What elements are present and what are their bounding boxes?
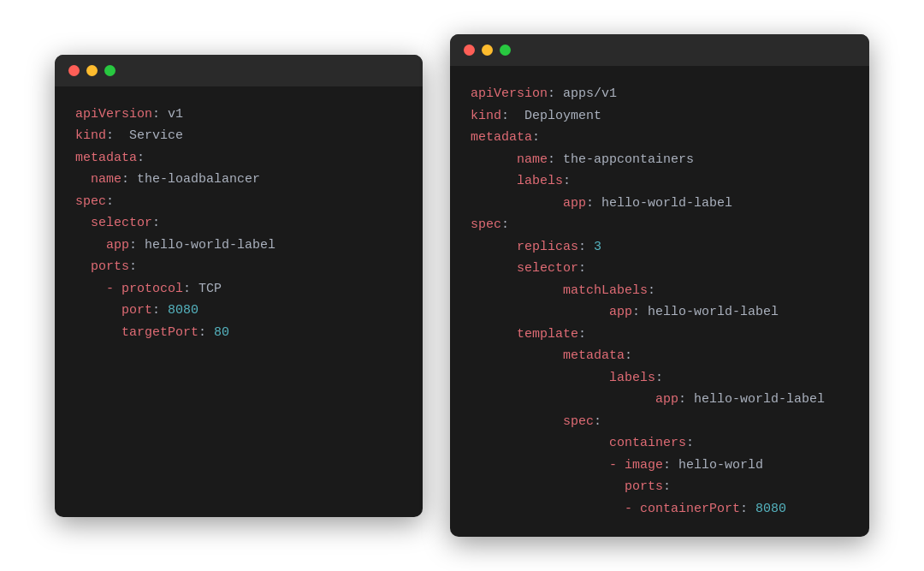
right-terminal-body: apiVersion: apps/v1 kind: Deployment met… bbox=[450, 66, 869, 537]
r-line-9: selector: bbox=[471, 258, 849, 280]
line-2: kind: Service bbox=[75, 125, 402, 147]
line-6: selector: bbox=[75, 212, 402, 235]
right-close-button[interactable] bbox=[464, 45, 475, 56]
line-4: name: the-loadbalancer bbox=[75, 169, 402, 191]
left-maximize-button[interactable] bbox=[104, 65, 116, 76]
left-close-button[interactable] bbox=[68, 65, 80, 76]
right-titlebar bbox=[450, 34, 869, 66]
right-maximize-button[interactable] bbox=[500, 45, 511, 56]
line-8: ports: bbox=[75, 256, 402, 278]
r-line-18: - image: hello-world bbox=[471, 455, 849, 477]
r-line-1: apiVersion: apps/v1 bbox=[471, 83, 849, 105]
r-line-4: name: the-appcontainers bbox=[471, 149, 849, 171]
line-9: - protocol: TCP bbox=[75, 278, 402, 300]
r-line-14: labels: bbox=[471, 367, 849, 390]
left-titlebar bbox=[55, 55, 423, 86]
r-line-20: - containerPort: 8080 bbox=[471, 498, 849, 520]
r-line-16: spec: bbox=[471, 411, 849, 433]
left-terminal-window: apiVersion: v1 kind: Service metadata: n… bbox=[55, 55, 423, 517]
r-line-13: metadata: bbox=[471, 345, 849, 367]
r-line-12: template: bbox=[471, 324, 849, 346]
r-line-8: replicas: 3 bbox=[471, 236, 849, 259]
r-line-11: app: hello-world-label bbox=[471, 301, 849, 324]
r-line-2: kind: Deployment bbox=[471, 105, 849, 128]
r-line-7: spec: bbox=[471, 214, 849, 236]
r-line-17: containers: bbox=[471, 432, 849, 455]
left-minimize-button[interactable] bbox=[86, 65, 98, 76]
r-line-3: metadata: bbox=[471, 127, 849, 149]
line-3: metadata: bbox=[75, 147, 402, 170]
line-11: targetPort: 80 bbox=[75, 322, 402, 344]
r-line-5: labels: bbox=[471, 170, 849, 193]
right-terminal-window: apiVersion: apps/v1 kind: Deployment met… bbox=[450, 34, 869, 537]
line-7: app: hello-world-label bbox=[75, 235, 402, 257]
r-line-10: matchLabels: bbox=[471, 280, 849, 302]
right-minimize-button[interactable] bbox=[482, 45, 493, 56]
line-5: spec: bbox=[75, 191, 402, 213]
r-line-6: app: hello-world-label bbox=[471, 193, 849, 215]
r-line-19: ports: bbox=[471, 476, 849, 498]
r-line-15: app: hello-world-label bbox=[471, 389, 849, 411]
line-1: apiVersion: v1 bbox=[75, 104, 402, 126]
line-10: port: 8080 bbox=[75, 300, 402, 322]
left-terminal-body: apiVersion: v1 kind: Service metadata: n… bbox=[55, 86, 423, 361]
